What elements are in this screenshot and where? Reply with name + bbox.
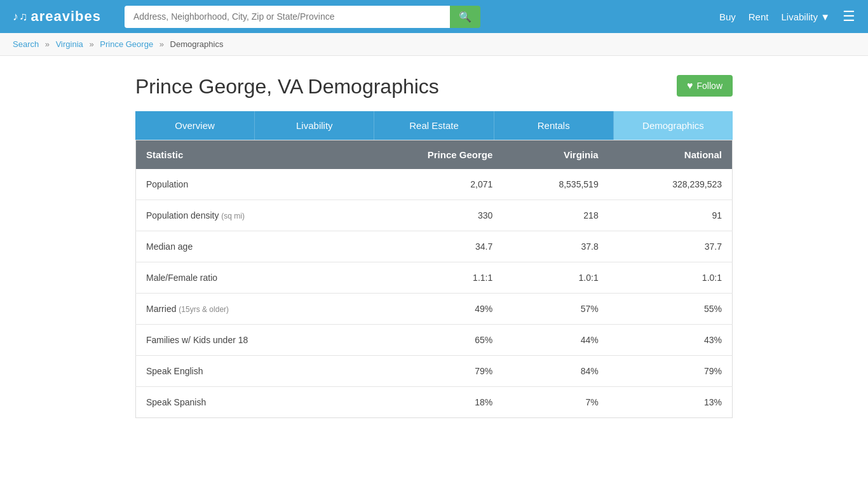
breadcrumb-sep-2: » — [89, 39, 93, 49]
stat-va-6: 84% — [503, 356, 608, 387]
breadcrumb-current: Demographics — [170, 39, 224, 49]
breadcrumb-prince-george[interactable]: Prince George — [100, 39, 153, 49]
tab-demographics[interactable]: Demographics — [614, 111, 733, 140]
stat-va-0: 8,535,519 — [503, 169, 608, 200]
table-row: Speak English 79% 84% 79% — [136, 356, 733, 387]
search-button[interactable]: 🔍 — [450, 6, 480, 28]
stat-nat-0: 328,239,523 — [609, 169, 733, 200]
stat-pg-6: 79% — [352, 356, 503, 387]
breadcrumb: Search » Virginia » Prince George » Demo… — [0, 33, 868, 56]
breadcrumb-sep-1: » — [45, 39, 50, 49]
tab-livability[interactable]: Livability — [255, 111, 374, 140]
stat-label-2: Median age — [136, 231, 352, 262]
table-row: Married (15yrs & older) 49% 57% 55% — [136, 294, 733, 325]
stat-nat-3: 1.0:1 — [609, 262, 733, 294]
table-row: Population density (sq mi) 330 218 91 — [136, 200, 733, 231]
page-title: Prince George, VA Demographics — [135, 75, 439, 98]
stat-pg-3: 1.1:1 — [352, 262, 503, 294]
table-header-row: Statistic Prince George Virginia Nationa… — [136, 140, 733, 170]
col-header-prince-george: Prince George — [352, 140, 503, 170]
table-row: Population 2,071 8,535,519 328,239,523 — [136, 169, 733, 200]
col-header-virginia: Virginia — [503, 140, 608, 170]
stat-label-7: Speak Spanish — [136, 387, 352, 418]
search-icon: 🔍 — [459, 11, 471, 22]
stat-label-6: Speak English — [136, 356, 352, 387]
stat-pg-4: 49% — [352, 294, 503, 325]
stat-va-7: 7% — [503, 387, 608, 418]
logo-text: areavibes — [31, 8, 102, 25]
col-header-statistic: Statistic — [136, 140, 352, 170]
search-input[interactable] — [125, 6, 450, 28]
stat-pg-5: 65% — [352, 325, 503, 356]
breadcrumb-virginia[interactable]: Virginia — [56, 39, 83, 49]
stat-nat-5: 43% — [609, 325, 733, 356]
stat-pg-1: 330 — [352, 200, 503, 231]
tab-real-estate[interactable]: Real Estate — [374, 111, 494, 140]
logo-icon: ♪♫ — [13, 10, 29, 24]
stat-label-4: Married (15yrs & older) — [136, 294, 352, 325]
stat-va-2: 37.8 — [503, 231, 608, 262]
nav-buy[interactable]: Buy — [719, 11, 736, 22]
table-row: Speak Spanish 18% 7% 13% — [136, 387, 733, 418]
col-header-national: National — [609, 140, 733, 170]
site-logo[interactable]: ♪♫ areavibes — [13, 8, 114, 25]
hamburger-icon[interactable]: ☰ — [843, 8, 855, 25]
nav-livability[interactable]: Livability ▼ — [781, 11, 830, 22]
stat-va-1: 218 — [503, 200, 608, 231]
stat-nat-1: 91 — [609, 200, 733, 231]
stat-nat-7: 13% — [609, 387, 733, 418]
tab-overview[interactable]: Overview — [135, 111, 255, 140]
stat-label-1: Population density (sq mi) — [136, 200, 352, 231]
stat-va-5: 44% — [503, 325, 608, 356]
search-bar: 🔍 — [125, 6, 480, 28]
main-nav: Buy Rent Livability ▼ ☰ — [719, 8, 855, 25]
stat-pg-2: 34.7 — [352, 231, 503, 262]
tab-rentals[interactable]: Rentals — [494, 111, 614, 140]
site-header: ♪♫ areavibes 🔍 Buy Rent Livability ▼ ☰ — [0, 0, 868, 33]
table-row: Male/Female ratio 1.1:1 1.0:1 1.0:1 — [136, 262, 733, 294]
page-title-row: Prince George, VA Demographics ♥ Follow — [135, 75, 733, 98]
stat-va-4: 57% — [503, 294, 608, 325]
tab-bar: Overview Livability Real Estate Rentals … — [135, 111, 733, 140]
breadcrumb-search[interactable]: Search — [13, 39, 39, 49]
stat-pg-0: 2,071 — [352, 169, 503, 200]
stat-nat-2: 37.7 — [609, 231, 733, 262]
demographics-table: Statistic Prince George Virginia Nationa… — [135, 140, 733, 418]
stat-nat-6: 79% — [609, 356, 733, 387]
stat-nat-4: 55% — [609, 294, 733, 325]
stat-va-3: 1.0:1 — [503, 262, 608, 294]
follow-label: Follow — [697, 81, 722, 91]
follow-button[interactable]: ♥ Follow — [677, 75, 733, 97]
heart-icon: ♥ — [687, 80, 693, 92]
stat-label-0: Population — [136, 169, 352, 200]
stat-label-3: Male/Female ratio — [136, 262, 352, 294]
stat-label-5: Families w/ Kids under 18 — [136, 325, 352, 356]
table-row: Median age 34.7 37.8 37.7 — [136, 231, 733, 262]
nav-rent[interactable]: Rent — [749, 11, 769, 22]
main-content: Prince George, VA Demographics ♥ Follow … — [123, 56, 745, 444]
stat-pg-7: 18% — [352, 387, 503, 418]
table-row: Families w/ Kids under 18 65% 44% 43% — [136, 325, 733, 356]
breadcrumb-sep-3: » — [159, 39, 164, 49]
